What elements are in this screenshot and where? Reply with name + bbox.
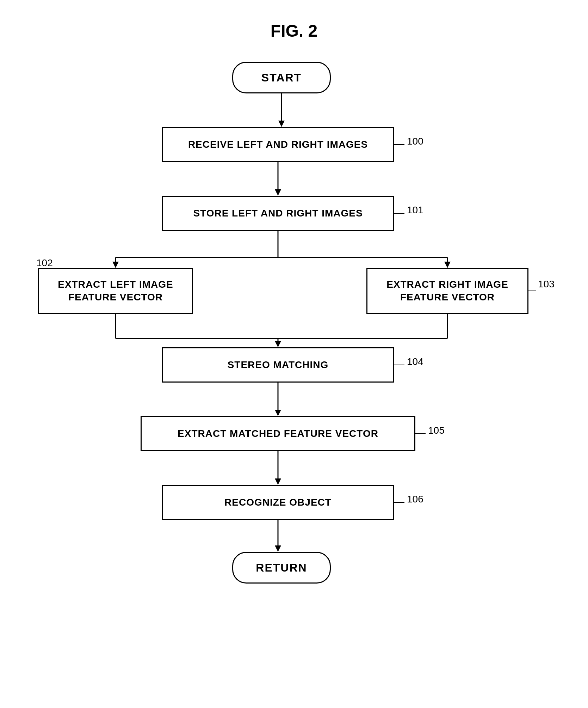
node-104: STEREO MATCHING	[162, 347, 394, 383]
svg-marker-7	[112, 262, 119, 268]
svg-marker-3	[275, 189, 281, 196]
ref-label-106: 106	[407, 494, 423, 505]
svg-marker-1	[278, 121, 285, 127]
node-102: EXTRACT LEFT IMAGE FEATURE VECTOR	[38, 268, 193, 314]
return-node: RETURN	[232, 552, 331, 584]
svg-marker-20	[275, 545, 281, 552]
svg-marker-18	[275, 478, 281, 485]
ref-label-100: 100	[407, 136, 423, 147]
ref-label-104: 104	[407, 356, 423, 367]
node-100: RECEIVE LEFT AND RIGHT IMAGES	[162, 127, 394, 162]
ref-label-102: 102	[36, 257, 53, 269]
node-103: EXTRACT RIGHT IMAGE FEATURE VECTOR	[366, 268, 528, 314]
svg-marker-16	[275, 410, 281, 416]
start-node: START	[232, 62, 331, 93]
node-105: EXTRACT MATCHED FEATURE VECTOR	[141, 416, 415, 451]
ref-label-101: 101	[407, 205, 423, 216]
node-101: STORE LEFT AND RIGHT IMAGES	[162, 196, 394, 231]
ref-label-103: 103	[538, 279, 555, 290]
ref-label-105: 105	[428, 425, 445, 436]
node-106: RECOGNIZE OBJECT	[162, 485, 394, 520]
svg-marker-14	[275, 341, 281, 347]
svg-marker-9	[444, 262, 451, 268]
diagram-container: FIG. 2	[0, 0, 588, 708]
fig-title: FIG. 2	[271, 21, 317, 41]
